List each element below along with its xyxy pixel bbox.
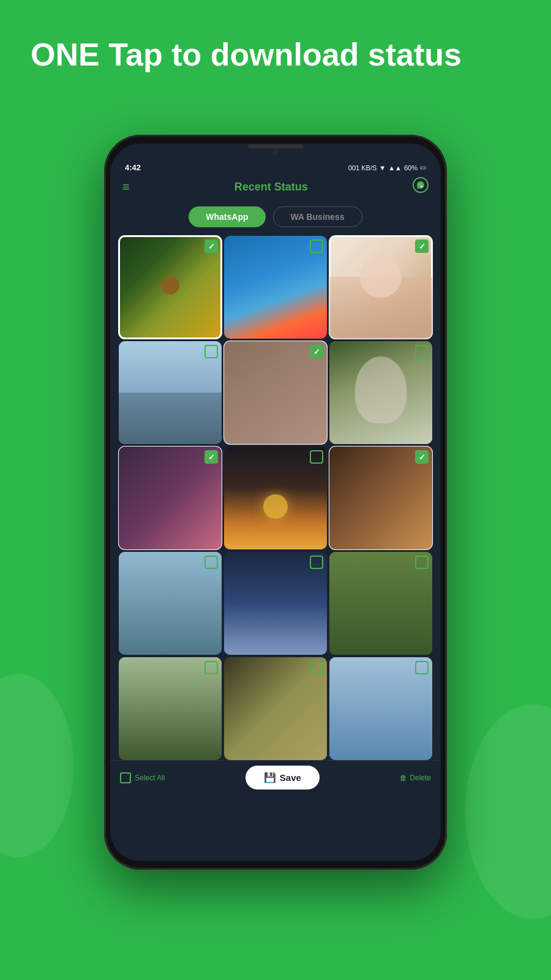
photo-item-2[interactable] xyxy=(224,236,327,339)
tab-whatsapp[interactable]: WhatsApp xyxy=(189,206,265,227)
camera-dot xyxy=(272,149,279,156)
checkbox-9[interactable]: ✓ xyxy=(415,450,429,464)
bg-decoration-left xyxy=(0,674,73,858)
save-label: Save xyxy=(280,772,301,783)
photo-item-6[interactable] xyxy=(329,341,432,444)
status-icons: 001 KB/S ▼ ▲▲ 60% ▭ xyxy=(348,164,426,172)
battery-icon: ▭ xyxy=(420,164,426,172)
network-icon: 001 KB/S xyxy=(348,164,377,172)
checkbox-1[interactable]: ✓ xyxy=(204,239,218,253)
checkbox-2[interactable] xyxy=(310,239,323,253)
save-icon: 💾 xyxy=(264,772,276,783)
photo-item-10[interactable] xyxy=(119,552,222,655)
whatsapp-icon[interactable] xyxy=(413,177,429,197)
checkbox-5[interactable]: ✓ xyxy=(310,345,323,358)
app-header: ≡ Recent Status xyxy=(110,175,441,202)
battery-indicator: 60% xyxy=(404,164,418,172)
photo-item-12[interactable] xyxy=(329,552,432,655)
select-all-label: Select All xyxy=(135,774,165,782)
checkbox-6[interactable] xyxy=(415,345,429,358)
checkbox-15[interactable] xyxy=(415,661,429,674)
photo-item-1[interactable]: ✓ xyxy=(119,236,222,339)
photo-item-5[interactable]: ✓ xyxy=(224,341,327,444)
photo-item-4[interactable] xyxy=(119,341,222,444)
phone-shell: 4:42 001 KB/S ▼ ▲▲ 60% ▭ ≡ Recent Status xyxy=(104,135,447,870)
bg-decoration-right xyxy=(465,704,551,919)
delete-label: Delete xyxy=(410,774,431,782)
notch-bar xyxy=(248,145,303,148)
delete-button[interactable]: 🗑 Delete xyxy=(400,774,431,782)
phone-screen: 4:42 001 KB/S ▼ ▲▲ 60% ▭ ≡ Recent Status xyxy=(110,143,441,861)
checkbox-12[interactable] xyxy=(415,556,429,569)
checkbox-13[interactable] xyxy=(204,661,218,674)
checkbox-8[interactable] xyxy=(310,450,323,464)
photo-item-13[interactable] xyxy=(119,657,222,760)
checkbox-4[interactable] xyxy=(204,345,218,358)
status-bar: 4:42 001 KB/S ▼ ▲▲ 60% ▭ xyxy=(110,158,441,175)
photo-item-7[interactable]: ✓ xyxy=(119,447,222,549)
signal-icon: ▲▲ xyxy=(388,164,402,172)
checkbox-10[interactable] xyxy=(204,556,218,569)
camera-area xyxy=(110,143,441,158)
photo-item-14[interactable] xyxy=(224,657,327,760)
photo-item-3[interactable]: ✓ xyxy=(329,236,432,339)
page-headline: ONE Tap to download status xyxy=(31,37,520,74)
status-time: 4:42 xyxy=(125,163,141,172)
select-all-checkbox[interactable] xyxy=(120,772,131,783)
photo-item-9[interactable]: ✓ xyxy=(329,447,432,549)
tab-wa-business[interactable]: WA Business xyxy=(273,206,362,227)
menu-icon[interactable]: ≡ xyxy=(122,181,130,193)
photo-item-15[interactable] xyxy=(329,657,432,760)
photo-grid-area: ✓ ✓ xyxy=(110,233,441,760)
select-all-area[interactable]: Select All xyxy=(120,772,165,783)
photo-grid: ✓ ✓ xyxy=(116,236,435,760)
delete-icon: 🗑 xyxy=(400,774,407,782)
photo-item-8[interactable] xyxy=(224,447,327,549)
app-title: Recent Status xyxy=(234,181,308,194)
checkbox-11[interactable] xyxy=(310,556,323,569)
checkbox-7[interactable]: ✓ xyxy=(204,450,218,464)
checkbox-14[interactable] xyxy=(310,661,323,674)
photo-item-11[interactable] xyxy=(224,552,327,655)
bottom-bar: Select All 💾 Save 🗑 Delete xyxy=(110,760,441,794)
checkbox-3[interactable]: ✓ xyxy=(415,239,429,253)
save-button[interactable]: 💾 Save xyxy=(246,766,320,790)
tabs-row: WhatsApp WA Business xyxy=(110,202,441,233)
wifi-icon: ▼ xyxy=(379,164,386,172)
